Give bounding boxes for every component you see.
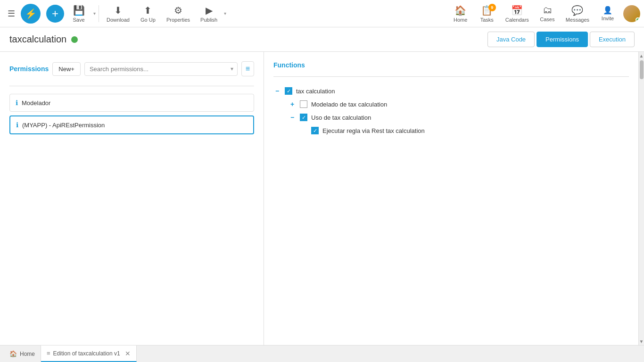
toolbar-right: 🏠 Home 📋 9 Tasks 📅 Calendars 🗂 Cases 💬 M… — [448, 3, 640, 25]
edition-tab-icon: ≡ — [47, 350, 50, 357]
download-button[interactable]: ⬇ Download — [102, 2, 134, 25]
right-panel: Functions − tax calculation + Modelado d… — [264, 52, 638, 345]
tasks-badge: 9 — [488, 4, 496, 11]
publish-icon: ▶ — [206, 5, 213, 16]
info-icon-myapp: ℹ — [16, 121, 18, 129]
scrollbar-track — [639, 59, 644, 337]
save-button[interactable]: 💾 Save — [66, 2, 91, 25]
content-body: Permissions New+ ▾ ≡ ℹ Modelador ℹ (MYAP… — [0, 52, 644, 345]
save-dropdown-arrow[interactable]: ▾ — [93, 11, 96, 16]
logo-icon: ⚡ — [25, 8, 37, 19]
cases-nav-label: Cases — [540, 16, 554, 22]
edition-tab-close[interactable]: ✕ — [125, 350, 131, 357]
toolbar-actions: 💾 Save ▾ ⬇ Download ⬆ Go Up ⚙ Properties… — [66, 2, 226, 25]
permissions-panel-label: Permissions — [9, 65, 49, 73]
status-dot — [71, 36, 78, 43]
search-permissions-input[interactable] — [85, 63, 227, 75]
fn-label-tax-calculation: tax calculation — [296, 88, 335, 95]
fn-label-modelado: Modelado de tax calculation — [311, 101, 387, 108]
avatar[interactable] — [623, 5, 640, 22]
toolbar-divider-1 — [99, 5, 99, 22]
nav-tasks-button[interactable]: 📋 9 Tasks — [474, 3, 500, 25]
properties-button[interactable]: ⚙ Properties — [162, 2, 195, 25]
nav-cases-button[interactable]: 🗂 Cases — [535, 3, 560, 24]
invite-nav-label: Invite — [602, 16, 614, 21]
fn-checkbox-ejecutar[interactable] — [311, 127, 319, 134]
function-tree: − tax calculation + Modelado de tax calc… — [273, 84, 629, 137]
messages-nav-label: Messages — [566, 17, 589, 23]
logo-button[interactable]: ⚡ — [21, 4, 41, 24]
fn-label-ejecutar: Ejecutar regla via Rest tax calculation — [322, 127, 425, 134]
fn-item-uso: − Uso de tax calculation — [289, 111, 629, 124]
fn-checkbox-modelado[interactable] — [300, 100, 307, 108]
home-tab-icon: 🏠 — [9, 350, 17, 357]
download-label: Download — [107, 17, 130, 23]
messages-nav-icon: 💬 — [571, 5, 583, 16]
tab-java-code[interactable]: Java Code — [487, 32, 535, 47]
publish-dropdown-arrow[interactable]: ▾ — [224, 11, 226, 16]
add-button[interactable]: + — [46, 5, 64, 23]
edition-tab-label: Edition of taxcalculation v1 — [53, 350, 120, 357]
list-view-button[interactable]: ≡ — [241, 61, 254, 76]
permission-item-modelador[interactable]: ℹ Modelador — [9, 94, 254, 112]
fn-checkbox-uso[interactable] — [300, 114, 307, 121]
main-area: taxcalculation Java Code Permissions Exe… — [0, 27, 644, 362]
info-icon-modelador: ℹ — [16, 99, 18, 107]
hamburger-button[interactable]: ☰ — [4, 5, 19, 23]
functions-divider — [273, 76, 629, 77]
cases-nav-icon: 🗂 — [543, 5, 552, 16]
page-title: taxcalculation — [9, 34, 66, 45]
fn-toggle-uso[interactable]: − — [289, 114, 296, 121]
search-wrapper: ▾ — [84, 62, 238, 76]
permission-name-myapp: (MYAPP) - ApiREstPermission — [22, 122, 105, 129]
fn-item-tax-calculation: − tax calculation — [273, 84, 629, 98]
tab-permissions[interactable]: Permissions — [537, 32, 588, 47]
panel-divider — [9, 86, 254, 86]
home-tab-label: Home — [20, 351, 35, 357]
home-nav-label: Home — [454, 17, 467, 23]
online-status-dot — [636, 17, 640, 22]
download-icon: ⬇ — [114, 5, 122, 16]
fn-toggle-modelado[interactable]: + — [289, 100, 296, 108]
home-nav-icon: 🏠 — [454, 5, 466, 16]
nav-calendars-button[interactable]: 📅 Calendars — [501, 3, 534, 25]
content-header: taxcalculation Java Code Permissions Exe… — [0, 27, 644, 52]
go-up-label: Go Up — [140, 17, 156, 23]
scrollbar-down-arrow[interactable]: ▼ — [639, 337, 644, 345]
bottom-tabs: 🏠 Home ≡ Edition of taxcalculation v1 ✕ — [0, 345, 644, 362]
toolbar: ☰ ⚡ + 💾 Save ▾ ⬇ Download ⬆ Go Up ⚙ Prop… — [0, 0, 644, 27]
save-icon: 💾 — [73, 5, 85, 16]
go-up-button[interactable]: ⬆ Go Up — [135, 2, 161, 25]
hamburger-icon: ☰ — [8, 8, 15, 19]
publish-label: Publish — [200, 17, 217, 23]
calendars-nav-icon: 📅 — [511, 5, 523, 16]
nav-messages-button[interactable]: 💬 Messages — [561, 3, 594, 25]
functions-label: Functions — [273, 61, 629, 69]
list-view-icon: ≡ — [246, 65, 250, 73]
bottom-tab-home[interactable]: 🏠 Home — [4, 346, 41, 362]
left-panel: Permissions New+ ▾ ≡ ℹ Modelador ℹ (MYAP… — [0, 52, 264, 345]
scrollbar-up-arrow[interactable]: ▲ — [639, 52, 644, 59]
go-up-icon: ⬆ — [144, 5, 152, 16]
permission-item-myapp-api[interactable]: ℹ (MYAPP) - ApiREstPermission — [9, 115, 254, 134]
properties-icon: ⚙ — [174, 5, 182, 16]
publish-button[interactable]: ▶ Publish — [196, 2, 222, 25]
bottom-tab-edition[interactable]: ≡ Edition of taxcalculation v1 ✕ — [41, 346, 137, 362]
save-label: Save — [73, 17, 84, 23]
fn-checkbox-tax-calculation[interactable] — [285, 87, 292, 95]
right-scrollbar: ▲ ▼ — [638, 52, 644, 345]
permission-name-modelador: Modelador — [22, 99, 50, 107]
fn-children-tax-calculation: + Modelado de tax calculation − Uso de t… — [273, 98, 629, 137]
scrollbar-thumb[interactable] — [640, 60, 644, 79]
tasks-nav-label: Tasks — [480, 17, 494, 23]
add-icon: + — [52, 7, 58, 20]
new-permission-button[interactable]: New+ — [52, 62, 81, 76]
fn-toggle-tax-calculation[interactable]: − — [273, 87, 281, 95]
invite-nav-icon: 👤 — [603, 6, 612, 15]
nav-home-button[interactable]: 🏠 Home — [448, 3, 473, 25]
search-dropdown-arrow[interactable]: ▾ — [227, 66, 237, 72]
header-tabs: Java Code Permissions Execution — [487, 32, 635, 47]
toolbar-left: ☰ ⚡ + — [4, 4, 64, 24]
nav-invite-button[interactable]: 👤 Invite — [595, 4, 620, 23]
tab-execution[interactable]: Execution — [590, 32, 635, 47]
